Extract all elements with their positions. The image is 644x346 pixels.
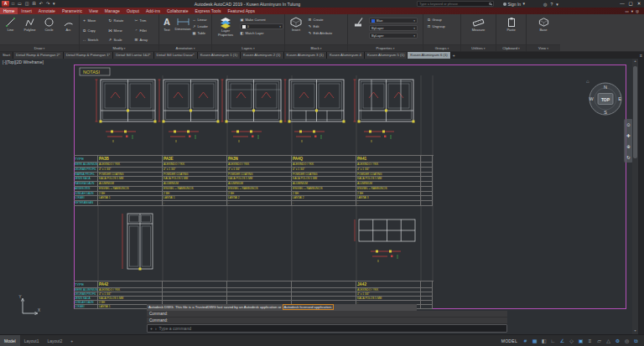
edit-block-button[interactable]: ✎Edit [308,24,332,28]
zoom-icon[interactable]: ⊕ [626,144,631,149]
panel-label-draw[interactable]: Draw▾ [0,44,79,51]
viewcube-west[interactable]: W [589,96,594,101]
command-input[interactable]: + › Type a command [147,324,507,333]
tab-overflow-menu-icon[interactable]: ≡ [638,52,644,59]
search-icon[interactable] [489,3,492,6]
measure-button[interactable]: Measure [472,15,486,44]
copy-tool-button[interactable]: ⧉Copy [80,26,106,36]
stretch-tool-button[interactable]: ↔Stretch [80,35,106,45]
ribbon-tab[interactable]: Insert [18,8,35,14]
viewcube-east[interactable]: E [618,96,621,101]
status-toggle[interactable]: ◧ [539,335,548,346]
match-layer-button[interactable]: ◧Match Layer [240,31,283,35]
status-toggle[interactable]: ≡ [585,335,595,346]
layout-tab[interactable]: Layout1 [20,335,44,346]
status-toggle[interactable]: ◇ [567,335,576,346]
paste-button[interactable]: Paste [506,15,517,44]
panel-label-clipboard[interactable]: Clipboard▾ [496,44,526,51]
create-block-button[interactable]: ⊞Create [308,18,332,22]
match-properties-button[interactable] [349,15,367,44]
ungroup-button[interactable]: ⊡Ungroup [427,24,458,28]
file-tab[interactable]: Kusen Aluminyum 4 [327,52,365,59]
file-tab[interactable]: Start [0,52,13,59]
status-toggle[interactable]: # [521,335,530,346]
polyline-tool-button[interactable]: Polyline [20,15,39,44]
steering-wheel-icon[interactable]: ⊙ [626,122,631,127]
status-toggle[interactable]: ◎ [622,335,631,346]
file-tab[interactable]: Detail Sill Lantai 1&2* [113,52,153,59]
ribbon-tab[interactable]: Output [123,8,143,14]
edit-attribute-button[interactable]: ✎Edit Attribute [308,31,332,35]
infocenter-search[interactable] [417,1,494,7]
move-tool-button[interactable]: +Move [80,16,106,26]
status-toggle[interactable]: ∠ [558,335,567,346]
panel-label-layers[interactable]: Layers▾ [212,44,284,51]
panel-label-modify[interactable]: Modify▾ [80,44,158,51]
panel-label-groups[interactable]: Groups▾ [423,44,460,51]
file-tab[interactable]: Detail Ramp & Potongan 2* [13,52,64,59]
command-customize-icon[interactable]: + [150,326,153,331]
arc-tool-button[interactable]: Arc [59,15,78,44]
ribbon-tab[interactable]: Express Tools [191,8,224,14]
viewcube-south[interactable]: S [604,110,607,115]
object-color-dropdown[interactable]: Blue ▾ [369,18,418,23]
search-input[interactable] [419,2,488,6]
maximize-button[interactable]: ▢ [626,0,635,8]
file-tab[interactable]: Kusen Aluminyum 3 (1) [284,52,327,59]
file-tab[interactable]: Kusen Aluminyum 5 (1) [365,52,408,59]
layer-dropdown[interactable]: 0 ▾ [240,23,283,29]
base-view-button[interactable]: Base [538,15,549,44]
status-toggle[interactable]: ▦ [530,335,539,346]
ribbon-tab[interactable]: View [86,8,101,14]
panel-label-view[interactable]: View▾ [527,44,560,51]
ribbon-tab[interactable]: Home [0,8,18,14]
plot-icon[interactable]: ⊟ [32,0,37,8]
panel-label-annotation[interactable]: Annotation▾ [159,44,211,51]
scrollbar-thumb[interactable] [633,66,637,158]
new-icon[interactable]: □ [11,0,15,8]
scroll-up-icon[interactable]: ▲ [632,59,638,65]
ribbon-tab[interactable]: Featured Apps [225,8,259,14]
layout-tab[interactable]: + [66,335,77,346]
dimension-tool-button[interactable]: Dimension [174,15,191,44]
trim-tool-button[interactable]: ✂Trim [132,16,158,26]
layout-tab[interactable]: Layout2 [43,335,66,346]
redo-icon[interactable]: ↷ [45,0,50,8]
vertical-scrollbar[interactable]: ▲ ▼ [632,59,638,334]
help-icon[interactable]: ? [550,2,553,7]
rotate-tool-button[interactable]: ↻Rotate [106,16,132,26]
file-tab[interactable]: Kusen Aluminyum 2 (1) [241,52,283,59]
ribbon-tab[interactable]: Add-ins [143,8,164,14]
make-current-button[interactable]: ▣Make Current [240,18,283,22]
leader-button[interactable]: ↗Leader [192,24,208,28]
line-tool-button[interactable]: Line [1,15,20,44]
orbit-icon[interactable]: ↻ [626,155,631,160]
text-tool-button[interactable]: A Text [160,15,174,44]
ribbon-tab[interactable]: Collaborate [164,8,192,14]
status-toggle[interactable]: ∟ [548,335,558,346]
linear-dimension-button[interactable]: ↔Linear [192,18,208,22]
scroll-down-icon[interactable]: ▼ [632,328,638,334]
circle-tool-button[interactable]: Circle [39,15,59,44]
table-button[interactable]: ▦Table [192,31,208,35]
status-toggle[interactable]: ⧉ [631,335,641,346]
panel-label-block[interactable]: Block▾ [285,44,347,51]
sign-in-button[interactable]: Sign In ▾ [503,0,526,8]
file-tab[interactable]: Detail Ramp & Potongan 1* [64,52,114,59]
viewcube-home-icon[interactable]: ⌂ [586,79,589,84]
file-tab[interactable]: Detail Sill Lantai Dasar* [154,52,198,59]
ribbon-tab[interactable]: Annotate [35,8,59,14]
ribbon-display-dropdown-icon[interactable]: ▾ [631,9,633,13]
lineweight-dropdown[interactable]: ByLayer ▾ [369,33,418,39]
ribbon-tab[interactable]: Parametric [59,8,86,14]
status-toggle[interactable]: △ [604,335,613,346]
viewcube-north[interactable]: N [604,85,607,90]
viewcube[interactable]: ⌂ N E S W TOP [585,75,626,119]
layer-properties-button[interactable]: Layer Properties [213,15,238,44]
panel-label-properties[interactable]: Properties▾ [348,44,423,51]
status-toggle[interactable]: ▣ [576,335,585,346]
status-toggle[interactable]: ▱ [595,335,604,346]
ribbon-tab[interactable]: Manage [101,8,123,14]
open-icon[interactable]: ▭ [17,0,23,8]
help-dropdown-icon[interactable]: ▾ [556,2,558,7]
